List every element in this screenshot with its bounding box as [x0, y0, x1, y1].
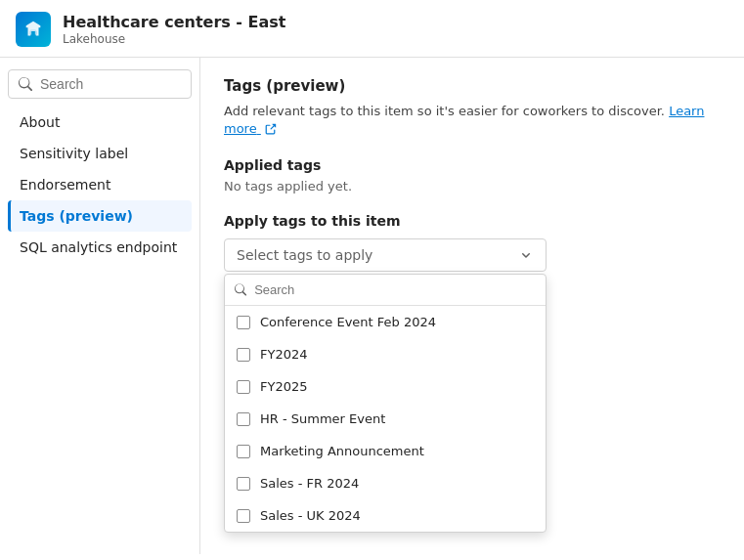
option-checkbox[interactable] — [237, 316, 250, 329]
content-area: Tags (preview) Add relevant tags to this… — [200, 58, 744, 554]
external-link-icon — [264, 123, 277, 136]
list-item[interactable]: HR - Summer Event — [225, 403, 546, 435]
list-item[interactable]: Sales - UK 2024 — [225, 499, 546, 532]
option-checkbox[interactable] — [237, 509, 250, 523]
apply-tags-label: Apply tags to this item — [224, 213, 721, 229]
sidebar-item-sql-analytics-endpoint[interactable]: SQL analytics endpoint — [8, 232, 192, 263]
main-layout: About Sensitivity label Endorsement Tags… — [0, 58, 744, 554]
option-checkbox[interactable] — [237, 348, 250, 362]
list-item[interactable]: Conference Event Feb 2024 — [225, 306, 546, 338]
app-subtitle: Lakehouse — [63, 32, 285, 46]
dropdown-panel: Conference Event Feb 2024 FY2024 FY2025 … — [224, 274, 547, 533]
app-header: Healthcare centers - East Lakehouse — [0, 0, 744, 58]
tags-dropdown-trigger[interactable]: Select tags to apply — [224, 238, 547, 272]
sidebar-item-sensitivity-label[interactable]: Sensitivity label — [8, 138, 192, 169]
applied-tags-label: Applied tags — [224, 157, 721, 173]
search-icon — [19, 77, 32, 91]
list-item[interactable]: FY2025 — [225, 370, 546, 403]
sidebar-item-about[interactable]: About — [8, 107, 192, 138]
option-checkbox[interactable] — [237, 380, 250, 394]
option-checkbox[interactable] — [237, 477, 250, 491]
svg-rect-0 — [30, 29, 36, 31]
section-title: Tags (preview) — [224, 77, 721, 95]
option-checkbox[interactable] — [237, 445, 250, 458]
app-icon — [16, 12, 51, 47]
app-title: Healthcare centers - East — [63, 13, 285, 33]
sidebar-item-endorsement[interactable]: Endorsement — [8, 169, 192, 200]
dropdown-options-list: Conference Event Feb 2024 FY2024 FY2025 … — [225, 306, 546, 532]
dropdown-placeholder-text: Select tags to apply — [237, 247, 372, 263]
title-group: Healthcare centers - East Lakehouse — [63, 13, 285, 47]
sidebar-search-box[interactable] — [8, 69, 192, 99]
sidebar-nav: About Sensitivity label Endorsement Tags… — [8, 107, 192, 263]
list-item[interactable]: FY2024 — [225, 338, 546, 370]
dropdown-search-box[interactable] — [225, 275, 546, 306]
tags-dropdown-container: Select tags to apply Conference Event Fe… — [224, 238, 547, 272]
chevron-down-icon — [518, 247, 534, 263]
no-tags-text: No tags applied yet. — [224, 179, 721, 194]
sidebar-search-input[interactable] — [40, 76, 181, 92]
sidebar: About Sensitivity label Endorsement Tags… — [0, 58, 200, 554]
description-text: Add relevant tags to this item so it's e… — [224, 103, 721, 138]
dropdown-search-input[interactable] — [254, 282, 536, 297]
dropdown-search-icon — [235, 283, 246, 296]
option-checkbox[interactable] — [237, 412, 250, 426]
sidebar-item-tags-preview[interactable]: Tags (preview) — [8, 200, 192, 232]
list-item[interactable]: Sales - FR 2024 — [225, 467, 546, 499]
list-item[interactable]: Marketing Announcement — [225, 435, 546, 467]
